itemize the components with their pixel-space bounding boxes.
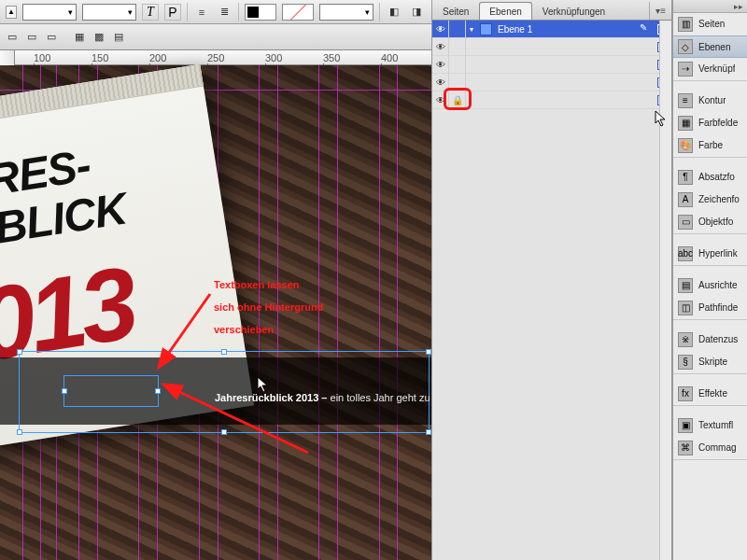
rail-separator (673, 405, 747, 414)
leading-dropdown[interactable]: ▾ (82, 4, 136, 21)
rail-item-zeichenfo[interactable]: AZeichenfo (673, 189, 747, 211)
rail-item-textumfl[interactable]: ▣Textumfl (673, 414, 747, 437)
rail-label: Verknüpf (698, 63, 735, 74)
nudge-up-icon[interactable]: ▲ (6, 6, 17, 19)
doc-icon[interactable]: ▭ (4, 29, 21, 46)
stroke-swatch[interactable] (282, 4, 314, 21)
rail-collapse-icon[interactable]: ▸▸ (673, 0, 747, 13)
separator (187, 3, 188, 21)
lock-highlight (444, 88, 472, 110)
doc-icon[interactable]: ▩ (91, 29, 107, 46)
align-center-icon[interactable]: ≣ (216, 4, 233, 21)
fill-swatch[interactable] (245, 4, 276, 21)
selection-frame-inner[interactable] (63, 375, 159, 407)
rail-item-verknüpf[interactable]: ⇢Verknüpf (673, 58, 747, 80)
hyperlink-icon: abc (678, 246, 693, 261)
lock-icon[interactable] (449, 21, 466, 38)
panel-rail[interactable]: ▸▸ ▥Seiten◇Ebenen⇢Verknüpf≡Kontur▦Farbfe… (672, 0, 747, 560)
layer-row[interactable]: 👁▾Ebene 1✎ (432, 21, 671, 38)
rail-item-ausrichte[interactable]: ▤Ausrichte (673, 274, 747, 297)
absatzfo-icon: ¶ (678, 170, 693, 185)
document-canvas[interactable]: 100 150 200 250 300 350 400 HRES- KBLICK… (0, 50, 431, 560)
rail-label: Textumfl (698, 420, 733, 430)
type-tool-icon[interactable]: T (142, 4, 159, 21)
ebenen-icon: ◇ (678, 39, 693, 54)
rail-item-farbe[interactable]: 🎨Farbe (673, 134, 747, 157)
commag-icon: ⌘ (678, 441, 693, 455)
visibility-icon[interactable]: 👁 (432, 21, 449, 38)
rail-label: Pathfinde (698, 302, 738, 313)
rail-item-commag[interactable]: ⌘Commag (673, 437, 747, 459)
visibility-icon[interactable]: 👁 (432, 38, 449, 56)
lock-icon[interactable] (449, 56, 466, 74)
rail-item-absatzfo[interactable]: ¶Absatzfo (673, 166, 747, 189)
rail-label: Farbe (698, 140, 723, 150)
layer-color-swatch (480, 23, 492, 35)
doc-icon[interactable]: ▦ (71, 29, 88, 46)
font-size-dropdown[interactable]: ▾ (22, 4, 77, 21)
pen-icon[interactable]: ✎ (640, 22, 653, 35)
rail-label: Skripte (698, 357, 727, 367)
ruler-horizontal: 100 150 200 250 300 350 400 (0, 50, 431, 65)
rail-item-seiten[interactable]: ▥Seiten (673, 13, 747, 35)
zeichenfo-icon: A (678, 192, 693, 207)
annotation-text: Textboxen lassen sich ohne Hintergrund v… (214, 273, 323, 341)
objektfo-icon: ▭ (678, 215, 693, 230)
separator (238, 3, 239, 21)
rail-separator (673, 373, 747, 383)
rail-label: Seiten (698, 19, 725, 29)
rail-label: Kontur (698, 95, 726, 105)
rail-separator (673, 319, 747, 329)
rail-label: Datenzus (698, 334, 738, 344)
lock-icon[interactable] (449, 38, 466, 56)
farbe-icon: 🎨 (678, 138, 693, 153)
rail-label: Hyperlink (698, 248, 738, 259)
layer-name[interactable]: Ebene 1 (495, 24, 640, 35)
disclosure-icon[interactable]: ▾ (466, 25, 477, 34)
layer-row[interactable]: 👁 (432, 56, 671, 74)
rail-item-objektfo[interactable]: ▭Objektfo (673, 211, 747, 233)
paragraph-icon[interactable]: P (164, 4, 181, 21)
rail-label: Objektfo (698, 217, 733, 227)
doc-icon[interactable]: ▭ (43, 29, 60, 46)
tab-seiten[interactable]: Seiten (432, 2, 479, 20)
cursor-icon (655, 110, 668, 129)
card-torn-edge (0, 64, 204, 131)
panel-tabs[interactable]: Seiten Ebenen Verknüpfungen ▾≡ (432, 0, 671, 21)
rail-item-hyperlink[interactable]: abcHyperlink (673, 243, 747, 265)
skripte-icon: § (678, 355, 693, 370)
separator (379, 3, 380, 21)
rail-item-datenzus[interactable]: ※Datenzus (673, 329, 747, 351)
align-left-icon[interactable]: ≡ (193, 4, 210, 21)
rail-item-farbfelde[interactable]: ▦Farbfelde (673, 112, 747, 134)
layers-panel[interactable]: Seiten Ebenen Verknüpfungen ▾≡ 👁▾Ebene 1… (431, 0, 672, 560)
textumfl-icon: ▣ (678, 418, 693, 433)
rail-separator (673, 459, 747, 469)
rail-separator (673, 80, 747, 90)
layer-row[interactable]: 👁 (432, 38, 671, 56)
rail-separator (673, 265, 747, 274)
page-artwork[interactable]: HRES- KBLICK 013 Jahresrückblick 2013 – … (0, 65, 431, 560)
caption-text[interactable]: Jahresrückblick 2013 – ein tolles Jahr g… (215, 392, 431, 403)
doc-icon[interactable]: ▭ (23, 29, 40, 46)
visibility-icon[interactable]: 👁 (432, 56, 449, 74)
rail-label: Ebenen (698, 42, 730, 52)
tab-verknuepfungen[interactable]: Verknüpfungen (532, 2, 615, 20)
rail-item-effekte[interactable]: fxEffekte (673, 383, 747, 405)
rail-item-pathfinde[interactable]: ◫Pathfinde (673, 297, 747, 319)
misc-icon[interactable]: ◨ (408, 4, 425, 21)
seiten-icon: ▥ (678, 17, 693, 32)
scrollbar-vertical[interactable] (659, 21, 671, 560)
doc-icon[interactable]: ▤ (110, 29, 127, 46)
tab-ebenen[interactable]: Ebenen (479, 2, 531, 20)
rail-item-kontur[interactable]: ≡Kontur (673, 90, 747, 112)
rail-item-ebenen[interactable]: ◇Ebenen (673, 35, 747, 58)
ausrichte-icon: ▤ (678, 278, 693, 293)
rail-item-skripte[interactable]: §Skripte (673, 351, 747, 373)
panel-menu-icon[interactable]: ▾≡ (649, 2, 671, 20)
stroke-weight-dropdown[interactable]: ▾ (319, 4, 374, 21)
misc-icon[interactable]: ◧ (386, 4, 402, 21)
kontur-icon: ≡ (678, 93, 693, 108)
rail-label: Effekte (698, 388, 727, 399)
farbfelde-icon: ▦ (678, 116, 693, 131)
